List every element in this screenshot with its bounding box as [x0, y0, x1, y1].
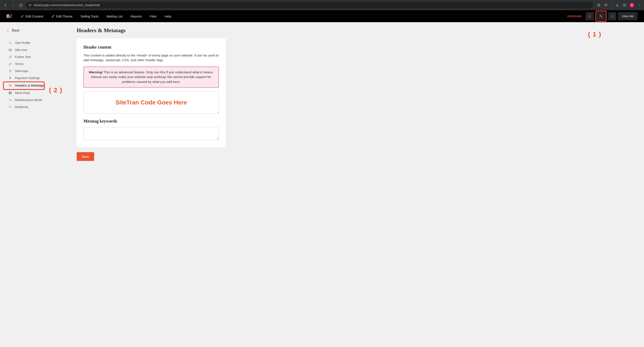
- nav-help[interactable]: Help: [165, 15, 172, 18]
- brush-icon: [51, 15, 54, 18]
- nav-selling-tools-label: Selling Tools: [80, 15, 98, 18]
- browser-reload-button[interactable]: [18, 2, 24, 8]
- arrow-right-icon: [11, 3, 15, 7]
- svg-rect-2: [623, 4, 626, 7]
- profile-avatar[interactable]: S: [630, 3, 634, 8]
- avatar-letter: S: [631, 4, 632, 7]
- arrow-left-icon: [4, 3, 8, 7]
- header-content-description: This content is added directly to the <h…: [84, 53, 219, 63]
- sidebar-item-maintenance-mode[interactable]: Maintenance Mode: [6, 96, 72, 103]
- sidebar-item-label: Redirects: [15, 105, 28, 109]
- image-icon: [8, 48, 12, 52]
- sidebar-item-label: Payment Settings: [15, 76, 40, 80]
- s-button[interactable]: S: [608, 12, 616, 20]
- svg-point-1: [30, 5, 31, 6]
- gears-icon: [8, 41, 12, 45]
- sidebar-item-payment-settings[interactable]: Payment Settings: [6, 74, 72, 81]
- sidepanel-icon[interactable]: [622, 3, 626, 7]
- pencil-icon: [8, 55, 12, 59]
- save-button[interactable]: Save: [77, 152, 94, 161]
- warning-text: This is an advanced feature. Only use th…: [91, 70, 214, 84]
- pencil-icon: [8, 62, 12, 66]
- back-label: Back: [12, 29, 20, 32]
- nav-edit-content-label: Edit Content: [26, 15, 43, 18]
- browser-toolbar-right: | S ⋮: [594, 3, 642, 8]
- svg-point-6: [9, 42, 10, 43]
- svg-point-4: [600, 15, 601, 16]
- url-text: bandzoogle.com/controlpanel/custom_heade…: [34, 4, 100, 7]
- sidebar-item-terms[interactable]: Terms: [6, 60, 72, 67]
- gears-icon: [8, 105, 12, 109]
- bell-icon: [588, 15, 592, 18]
- warning-label: Warning!: [89, 70, 103, 74]
- code-textarea-wrapper: SiteTran Code Goes Here: [84, 91, 219, 114]
- sidebar-item-label: Maintenance Mode: [15, 98, 42, 102]
- sidebar: Back Site Profile Site Icon Footer Text …: [0, 22, 72, 174]
- gears-icon: [8, 84, 12, 87]
- nav-edit-theme-label: Edit Theme: [56, 15, 72, 18]
- nav-edit-theme[interactable]: Edit Theme: [51, 15, 72, 18]
- sidebar-item-site-profile[interactable]: Site Profile: [6, 39, 72, 46]
- sidebar-item-redirects[interactable]: Redirects: [6, 103, 72, 110]
- page-title: Headers & Metatags: [77, 27, 226, 34]
- upgrade-link[interactable]: UPGRADE: [567, 15, 582, 18]
- nav-help-label: Help: [165, 15, 172, 18]
- nav-edit-content[interactable]: Edit Content: [21, 15, 43, 18]
- facebook-icon: [8, 91, 12, 95]
- svg-point-13: [11, 100, 11, 101]
- nav-mailing-list[interactable]: Mailing List: [106, 15, 122, 18]
- page-body: Back Site Profile Site Icon Footer Text …: [0, 22, 644, 174]
- nav-reports-label: Reports: [130, 15, 142, 18]
- browser-back-button[interactable]: [2, 2, 8, 8]
- svg-point-0: [30, 4, 30, 5]
- nav-files[interactable]: Files: [150, 15, 157, 18]
- svg-point-12: [9, 99, 10, 100]
- url-bar[interactable]: bandzoogle.com/controlpanel/custom_heade…: [26, 2, 593, 9]
- edit-icon: [21, 15, 24, 18]
- sidebar-item-label: Sitemaps: [15, 69, 28, 73]
- bookmark-star-icon[interactable]: [597, 3, 601, 7]
- sidebar-item-label: Headers & Metatags: [15, 84, 44, 87]
- list-icon: [8, 69, 12, 73]
- nav-files-label: Files: [150, 15, 157, 18]
- reload-icon: [19, 4, 23, 7]
- settings-card: Header content This content is added dir…: [77, 38, 226, 148]
- main-content: Headers & Metatags Header content This c…: [72, 22, 238, 174]
- notifications-button[interactable]: [586, 12, 594, 20]
- extensions-icon[interactable]: [604, 3, 608, 7]
- sidebar-item-label: Meta Pixel: [15, 91, 30, 95]
- header-code-textarea[interactable]: [84, 91, 219, 114]
- browser-menu-icon[interactable]: ⋮: [637, 3, 642, 7]
- sidebar-list: Site Profile Site Icon Footer Text Terms…: [6, 39, 72, 110]
- view-site-button[interactable]: View site: [618, 12, 638, 20]
- sidebar-item-footer-text[interactable]: Footer Text: [6, 53, 72, 60]
- gears-icon: [599, 15, 603, 18]
- sidebar-item-meta-pixel[interactable]: Meta Pixel: [6, 89, 72, 96]
- warning-box: Warning! This is an advanced feature. On…: [84, 67, 219, 88]
- settings-button[interactable]: [597, 12, 605, 20]
- browser-chrome: bandzoogle.com/controlpanel/custom_heade…: [0, 0, 644, 10]
- svg-point-7: [11, 43, 11, 44]
- gears-icon: [8, 98, 12, 102]
- chevron-left-icon: [6, 29, 9, 32]
- download-icon[interactable]: [615, 3, 619, 7]
- svg-point-5: [602, 17, 602, 17]
- svg-point-11: [11, 86, 11, 86]
- sidebar-item-sitemaps[interactable]: Sitemaps: [6, 67, 72, 74]
- nav-selling-tools[interactable]: Selling Tools: [80, 15, 98, 18]
- dollar-icon: [8, 76, 12, 80]
- browser-forward-button[interactable]: [10, 2, 16, 8]
- sidebar-item-headers-metatags[interactable]: Headers & Metatags: [6, 82, 72, 89]
- nav-reports[interactable]: Reports: [130, 15, 142, 18]
- sidebar-item-label: Site Icon: [15, 48, 27, 52]
- svg-point-15: [11, 107, 11, 108]
- header-content-heading: Header content: [84, 45, 219, 50]
- app-logo[interactable]: BZ: [6, 14, 12, 19]
- sidebar-item-label: Terms: [15, 62, 24, 66]
- sidebar-item-site-icon[interactable]: Site Icon: [6, 46, 72, 53]
- nav-mailing-list-label: Mailing List: [106, 15, 122, 18]
- metatag-keywords-textarea[interactable]: [84, 127, 219, 140]
- back-link[interactable]: Back: [6, 29, 72, 32]
- svg-point-14: [9, 106, 10, 107]
- nav-items: Edit Content Edit Theme Selling Tools Ma…: [21, 15, 171, 18]
